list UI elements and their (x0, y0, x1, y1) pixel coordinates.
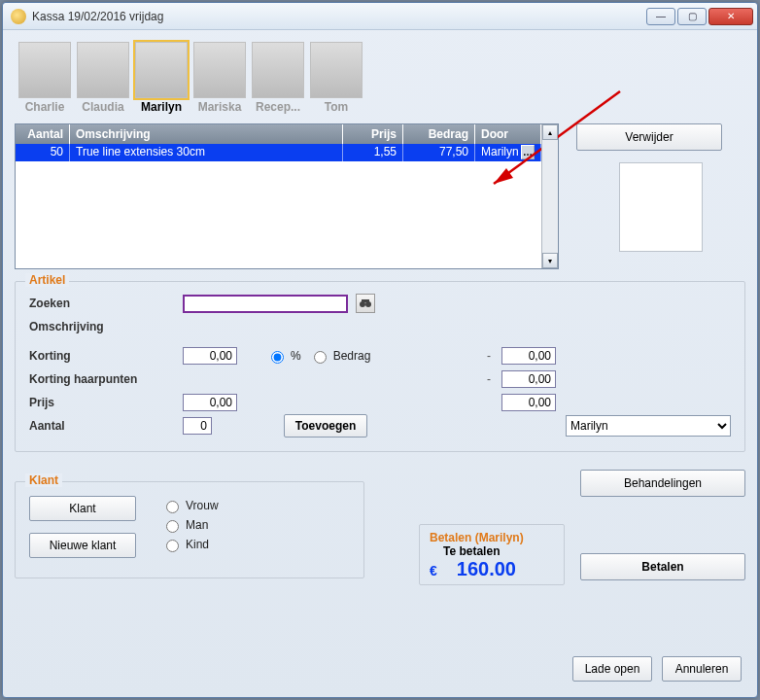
grid-header: Aantal Omschrijving Prijs Bedrag Door (16, 124, 541, 144)
verwijder-button[interactable]: Verwijder (576, 123, 722, 151)
grid-row[interactable]: 50True line extensies 30cm1,5577,50Maril… (16, 144, 541, 161)
col-prijs[interactable]: Prijs (343, 124, 403, 144)
korting-haarpunten-result[interactable] (501, 370, 556, 388)
betalen-button[interactable]: Betalen (580, 553, 745, 580)
grid-scrollbar[interactable]: ▴ ▾ (541, 124, 558, 268)
klant-button[interactable]: Klant (29, 496, 136, 521)
avatar-charlie[interactable]: Charlie (18, 42, 71, 114)
prijs-label: Prijs (29, 396, 175, 409)
annuleren-button[interactable]: Annuleren (662, 656, 742, 682)
avatar-image (135, 42, 188, 98)
staff-select[interactable]: Marilyn (566, 415, 731, 437)
avatar-label: Marilyn (135, 100, 188, 114)
aantal-input[interactable] (183, 417, 212, 435)
window-title: Kassa 19/02/2016 vrijdag (32, 10, 646, 23)
korting-input[interactable] (183, 347, 237, 365)
korting-haarpunten-label: Korting haarpunten (29, 372, 175, 386)
maximize-button[interactable]: ▢ (677, 8, 707, 25)
avatar-label: Charlie (18, 100, 71, 114)
te-betalen-label: Te betalen (430, 544, 554, 558)
avatar-label: Mariska (193, 100, 246, 114)
betalen-fieldset: Betalen (Marilyn) Te betalen € 160.00 (419, 524, 565, 585)
artikel-legend: Artikel (25, 273, 69, 287)
titlebar: Kassa 19/02/2016 vrijdag — ▢ ✕ (3, 3, 757, 30)
korting-bedrag-radio[interactable]: Bedrag (309, 348, 371, 364)
avatar-image (18, 42, 71, 98)
binoculars-icon[interactable] (356, 294, 375, 313)
staff-avatar-strip: CharlieClaudiaMarilynMariskaRecep...Tom (18, 42, 745, 114)
grid-body: 50True line extensies 30cm1,5577,50Maril… (16, 144, 541, 268)
col-door[interactable]: Door (475, 124, 541, 144)
avatar-image (252, 42, 304, 98)
cell-door: Marilyn… (475, 144, 541, 161)
klant-legend: Klant (25, 473, 62, 487)
door-picker-icon[interactable]: … (521, 145, 535, 159)
behandelingen-button[interactable]: Behandelingen (580, 470, 745, 497)
cell-prijs: 1,55 (343, 144, 403, 161)
avatar-label: Claudia (77, 100, 129, 114)
gender-vrouw[interactable]: Vrouw (161, 498, 219, 513)
omschrijving-label: Omschrijving (29, 320, 175, 333)
avatar-claudia[interactable]: Claudia (77, 42, 129, 114)
window: Kassa 19/02/2016 vrijdag — ▢ ✕ CharlieCl… (2, 2, 758, 698)
nieuwe-klant-button[interactable]: Nieuwe klant (29, 533, 136, 558)
amount-value: 160.00 (457, 558, 516, 580)
zoeken-label: Zoeken (29, 297, 175, 310)
betalen-legend: Betalen (Marilyn) (430, 531, 554, 544)
minimize-button[interactable]: — (646, 8, 675, 25)
avatar-label: Recep... (252, 100, 304, 114)
avatar-image (310, 42, 363, 98)
svg-rect-4 (362, 299, 369, 302)
close-button[interactable]: ✕ (708, 8, 753, 25)
currency-symbol: € (430, 563, 437, 578)
prijs-input[interactable] (183, 394, 237, 411)
scroll-up-icon[interactable]: ▴ (542, 124, 558, 140)
gender-kind[interactable]: Kind (161, 537, 219, 552)
prijs-result[interactable] (501, 394, 556, 411)
cell-omschr: True line extensies 30cm (70, 144, 343, 161)
korting-result[interactable] (501, 347, 556, 365)
preview-box (619, 162, 703, 252)
korting-label: Korting (29, 349, 175, 363)
artikel-fieldset: Artikel Zoeken Omschrijving Korting % Be… (15, 281, 745, 452)
col-bedrag[interactable]: Bedrag (403, 124, 475, 144)
toevoegen-button[interactable]: Toevoegen (284, 414, 367, 438)
cell-aantal: 50 (16, 144, 70, 161)
scroll-down-icon[interactable]: ▾ (542, 253, 558, 268)
avatar-marilyn[interactable]: Marilyn (135, 42, 188, 114)
col-aantal[interactable]: Aantal (16, 124, 70, 144)
zoeken-input[interactable] (183, 295, 348, 313)
col-omschr[interactable]: Omschrijving (70, 124, 343, 144)
avatar-mariska[interactable]: Mariska (193, 42, 246, 114)
gender-man[interactable]: Man (161, 517, 219, 533)
lines-grid[interactable]: Aantal Omschrijving Prijs Bedrag Door 50… (15, 123, 559, 269)
aantal-label: Aantal (29, 419, 175, 433)
korting-pct-radio[interactable]: % (266, 348, 301, 364)
avatar-tom[interactable]: Tom (310, 42, 363, 114)
lade-open-button[interactable]: Lade open (572, 656, 652, 682)
avatar-label: Tom (310, 100, 363, 114)
app-icon (11, 9, 26, 24)
avatar-image (77, 42, 129, 98)
avatar-recep...[interactable]: Recep... (252, 42, 304, 114)
avatar-image (193, 42, 246, 98)
cell-bedrag: 77,50 (403, 144, 475, 161)
klant-fieldset: Klant Klant Nieuwe klant Vrouw Man Kind (15, 481, 364, 578)
